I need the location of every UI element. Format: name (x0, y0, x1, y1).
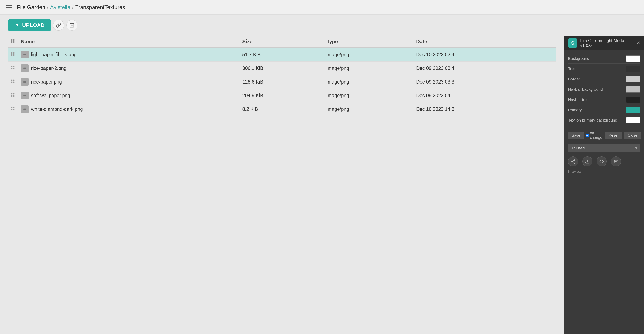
save-button[interactable]: Save (568, 132, 584, 139)
color-label: Border (568, 77, 580, 82)
svg-rect-32 (13, 109, 14, 110)
svg-rect-10 (24, 54, 26, 56)
svg-rect-18 (13, 80, 14, 81)
row-grid-icon (8, 48, 19, 62)
color-label: Text on primary background (568, 118, 617, 123)
row-type: image/png (324, 62, 414, 75)
col-date: Date (414, 36, 556, 48)
color-row: Text on primary background (568, 116, 640, 125)
svg-rect-26 (13, 95, 14, 97)
breadcrumb-sep1: / (47, 4, 48, 11)
color-swatch[interactable] (626, 86, 640, 93)
hamburger-icon[interactable] (4, 4, 14, 11)
breadcrumb-part1[interactable]: Avistella (50, 4, 70, 11)
svg-rect-2 (13, 39, 14, 41)
col-size: Size (240, 36, 324, 48)
add-button[interactable] (66, 20, 78, 31)
row-date: Dec 10 2023 02:4 (414, 48, 556, 62)
file-table-container: Name ↓ Size Type Date (0, 36, 564, 334)
row-filename: soft-wallpaper.png (31, 93, 70, 99)
svg-rect-3 (11, 41, 12, 43)
svg-rect-1 (11, 39, 12, 41)
file-icon (21, 105, 28, 113)
on-change-label: on change (590, 131, 603, 140)
svg-rect-17 (11, 80, 12, 81)
color-row: Navbar background (568, 85, 640, 95)
color-row: Background (568, 54, 640, 64)
row-type: image/png (324, 75, 414, 89)
download-icon-button[interactable] (582, 156, 592, 166)
color-row: Primary (568, 105, 640, 115)
color-label: Navbar background (568, 87, 603, 92)
file-icon (21, 92, 28, 99)
color-swatch[interactable] (626, 97, 640, 103)
file-icon (21, 78, 28, 86)
row-size: 128.6 KiB (240, 75, 324, 89)
svg-rect-34 (24, 109, 26, 110)
color-swatch[interactable] (626, 76, 640, 82)
svg-rect-7 (11, 54, 12, 56)
row-name: white-diamond-dark.png (19, 102, 240, 116)
table-row[interactable]: white-diamond-dark.png 8.2 KiB image/png… (8, 102, 556, 116)
file-table: Name ↓ Size Type Date (8, 36, 556, 116)
svg-rect-28 (24, 95, 26, 96)
visibility-dropdown: UnlistedPublicPrivate ▼ (568, 144, 640, 152)
svg-rect-23 (11, 93, 12, 95)
svg-rect-20 (13, 82, 14, 83)
row-name: rice-paper.png (19, 75, 240, 89)
col-name[interactable]: Name ↓ (19, 36, 240, 48)
svg-rect-25 (11, 95, 12, 97)
svg-rect-8 (13, 54, 14, 56)
row-name: light-paper-fibers.png (19, 48, 240, 62)
col-grid (8, 36, 19, 48)
upload-label: UPLOAD (22, 22, 45, 28)
breadcrumb-sep2: / (72, 4, 74, 11)
on-change-checkbox[interactable] (586, 134, 588, 137)
svg-point-35 (574, 160, 575, 161)
table-row[interactable]: rice-paper.png 128.6 KiB image/png Dec 0… (8, 75, 556, 89)
breadcrumb-root: File Garden (17, 4, 45, 11)
svg-rect-13 (11, 68, 12, 69)
reset-button[interactable]: Reset (605, 132, 622, 139)
row-date: Dec 09 2023 03:3 (414, 75, 556, 89)
code-icon-button[interactable] (596, 156, 607, 166)
delete-icon-button[interactable] (611, 156, 621, 166)
color-swatch[interactable] (626, 56, 640, 62)
close-button[interactable]: Close (624, 132, 641, 139)
color-label: Navbar text (568, 97, 588, 102)
upload-button[interactable]: UPLOAD (8, 19, 50, 32)
row-size: 306.1 KiB (240, 62, 324, 75)
close-icon[interactable]: ✕ (636, 40, 640, 46)
row-size: 8.2 KiB (240, 102, 324, 116)
table-row[interactable]: light-paper-fibers.png 51.7 KiB image/pn… (8, 48, 556, 62)
upload-icon (14, 22, 20, 28)
link-button[interactable] (53, 20, 64, 31)
color-swatch[interactable] (626, 107, 640, 113)
row-grid-icon (8, 102, 19, 116)
panel-title: File Garden Light Mode v1.0.0 (580, 38, 634, 48)
file-icon (21, 65, 28, 72)
color-swatch[interactable] (626, 66, 640, 72)
row-grid-icon (8, 62, 19, 75)
color-settings: Background Text Border Navbar background… (564, 50, 644, 129)
svg-rect-30 (13, 107, 14, 108)
color-swatch[interactable] (626, 117, 640, 123)
svg-rect-14 (13, 68, 14, 69)
breadcrumb-part2: TransparentTextures (75, 4, 125, 11)
svg-rect-31 (11, 109, 12, 110)
row-type: image/png (324, 102, 414, 116)
share-icon-button[interactable] (568, 156, 578, 166)
visibility-select[interactable]: UnlistedPublicPrivate (568, 144, 640, 152)
main-area: Name ↓ Size Type Date (0, 36, 644, 334)
row-date: Dec 16 2023 14:3 (414, 102, 556, 116)
svg-rect-12 (13, 66, 14, 67)
table-row[interactable]: rice-paper-2.png 306.1 KiB image/png Dec… (8, 62, 556, 75)
color-label: Primary (568, 108, 582, 112)
row-type: image/png (324, 89, 414, 102)
table-row[interactable]: soft-wallpaper.png 204.9 KiB image/png D… (8, 89, 556, 102)
color-row: Navbar text (568, 95, 640, 105)
right-panel: S File Garden Light Mode v1.0.0 ✕ Backgr… (564, 36, 644, 334)
color-row: Text (568, 64, 640, 74)
row-name: rice-paper-2.png (19, 62, 240, 75)
row-filename: light-paper-fibers.png (31, 52, 76, 58)
